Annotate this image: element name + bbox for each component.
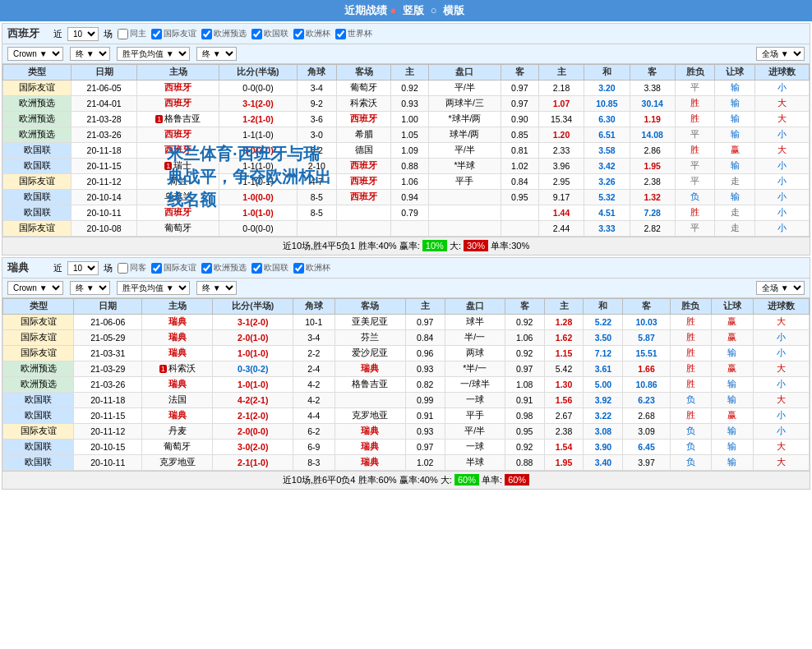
near-label: 近 [53, 28, 62, 40]
cell-home: 西班牙 [137, 81, 219, 96]
same-away-check[interactable]: 同客 [118, 262, 146, 274]
sweden-near-select[interactable]: 10 [67, 261, 99, 275]
spain-near-select[interactable]: 10 [67, 27, 99, 41]
away-name: 瑞典 [361, 441, 379, 451]
away-name: 德国 [355, 145, 373, 154]
sweden-odds-select[interactable]: 胜平负均值 ▼ [117, 281, 190, 295]
cell-date: 20-11-18 [72, 143, 137, 159]
cell-home: 西班牙 [137, 205, 219, 221]
horizontal-link[interactable]: 横版 [443, 4, 464, 16]
cell-score: 6-0(3-0) [219, 143, 297, 159]
cell-corners: 3-4 [293, 330, 334, 346]
col-away-odds: 客 [501, 65, 538, 81]
euro-qual-check[interactable]: 欧洲预选 [201, 28, 247, 39]
table-row: 国际友谊 20-11-12 丹麦 2-0(0-0) 6-2 瑞典 0.93 平/… [3, 424, 810, 440]
cell-away: 希腊 [337, 127, 391, 143]
cell-corners: 4-4 [293, 408, 334, 424]
cell-main-odds: 0.93 [405, 361, 445, 377]
cell-h1: 1.30 [544, 377, 584, 393]
cell-away: 科索沃 [337, 96, 391, 112]
cell-size: 大 [753, 361, 809, 377]
cell-corners: 2-2 [293, 346, 334, 361]
games-label2: 场 [104, 262, 113, 274]
sw-euro-league-check[interactable]: 欧国联 [251, 262, 288, 274]
cell-size: 小 [753, 408, 809, 424]
cell-h1: 2.18 [538, 81, 584, 96]
cell-away-odds: 0.90 [501, 112, 538, 127]
cell-size: 大 [753, 455, 809, 471]
world-cup-check[interactable]: 世界杯 [335, 28, 372, 39]
cell-h1: 1.62 [544, 330, 584, 346]
cell-a1: 10.03 [623, 315, 670, 330]
spain-range-select[interactable]: 全场 ▼ [756, 47, 805, 61]
cell-score: 1-0(1-0) [219, 205, 297, 221]
cell-away: 葡萄牙 [337, 81, 391, 96]
col-draw: 和 [584, 65, 630, 81]
away-name: 西班牙 [350, 160, 377, 170]
badge: 1 [164, 162, 172, 170]
cell-handicap: *半球 [429, 159, 501, 174]
col-corners: 角球 [297, 65, 337, 81]
cell-a1: 7.28 [630, 205, 675, 221]
cell-home: 葡萄牙 [137, 221, 219, 237]
cell-draw: 3.08 [584, 424, 623, 440]
cell-date: 21-05-29 [74, 330, 142, 346]
cell-result: 负 [670, 424, 711, 440]
sweden-range-select[interactable]: 全场 ▼ [756, 281, 805, 295]
cell-away-odds: 0.92 [505, 346, 544, 361]
cell-date: 21-06-06 [74, 315, 142, 330]
cell-h1: 1.28 [544, 315, 584, 330]
col-date: 日期 [72, 65, 137, 81]
cell-draw: 3.20 [584, 81, 630, 96]
sweden-end2-select[interactable]: 终 ▼ [196, 281, 237, 295]
cell-main-odds: 1.09 [390, 143, 428, 159]
cell-corners: 2-10 [297, 159, 337, 174]
spain-odds-select[interactable]: 胜平负均值 ▼ [117, 47, 190, 61]
sw-euro-qual-check[interactable]: 欧洲预选 [201, 262, 247, 274]
cell-draw: 7.12 [584, 346, 623, 361]
cell-away-odds: 0.98 [505, 408, 544, 424]
sweden-company-select[interactable]: Crown ▼ [7, 281, 63, 295]
cell-result: 胜 [670, 330, 711, 346]
cell-score: 1-2(1-0) [219, 112, 297, 127]
cell-score: 1-0(1-0) [213, 377, 293, 393]
cell-win-lose: 走 [715, 221, 755, 237]
header-bar: 近期战绩 ● 竖版 ○ 横版 [0, 0, 812, 21]
cell-a1: 2.68 [623, 408, 670, 424]
cell-corners: 4-7 [297, 174, 337, 190]
sweden-end1-select[interactable]: 终 ▼ [70, 281, 110, 295]
euro-cup-check[interactable]: 欧洲杯 [293, 28, 330, 39]
cell-away: 瑞典 [334, 361, 405, 377]
table-row: 欧国联 20-11-18 西班牙 6-0(3-0) 6-2 德国 1.09 平/… [3, 143, 810, 159]
sw-intl-check[interactable]: 国际友谊 [151, 262, 196, 274]
badge: 1 [159, 365, 167, 373]
cell-result: 胜 [670, 408, 711, 424]
away-name: 科索沃 [350, 98, 377, 108]
spain-end2-select[interactable]: 终 ▼ [196, 47, 237, 61]
spain-end1-select[interactable]: 终 ▼ [70, 47, 110, 61]
cell-h1: 1.20 [538, 127, 584, 143]
cell-draw: 3.22 [584, 408, 623, 424]
sw-col-date: 日期 [74, 299, 142, 315]
cell-date: 20-10-11 [72, 205, 137, 221]
spain-company-select[interactable]: Crown ▼ [7, 47, 63, 61]
cell-home: 1格鲁吉亚 [137, 112, 219, 127]
cell-size: 小 [755, 221, 810, 237]
cell-main-odds: 0.96 [405, 346, 445, 361]
cell-main-odds: 1.06 [390, 174, 428, 190]
euro-league-check[interactable]: 欧国联 [251, 28, 288, 39]
cell-h1: 9.17 [538, 190, 584, 205]
vertical-link[interactable]: 竖版 [403, 4, 424, 16]
same-home-check[interactable]: 同主 [118, 28, 146, 39]
cell-home: 瑞典 [142, 315, 213, 330]
sw-euro-cup-check[interactable]: 欧洲杯 [293, 262, 330, 274]
cell-score: 1-0(0-0) [219, 190, 297, 205]
intl-check[interactable]: 国际友谊 [151, 28, 196, 39]
cell-main-odds: 0.94 [390, 190, 428, 205]
cell-draw: 3.61 [584, 361, 623, 377]
home-name: 科索沃 [168, 363, 196, 373]
cell-h1: 1.44 [538, 205, 584, 221]
cell-date: 21-03-26 [72, 127, 137, 143]
cell-size: 小 [755, 174, 810, 190]
cell-size: 小 [755, 205, 810, 221]
